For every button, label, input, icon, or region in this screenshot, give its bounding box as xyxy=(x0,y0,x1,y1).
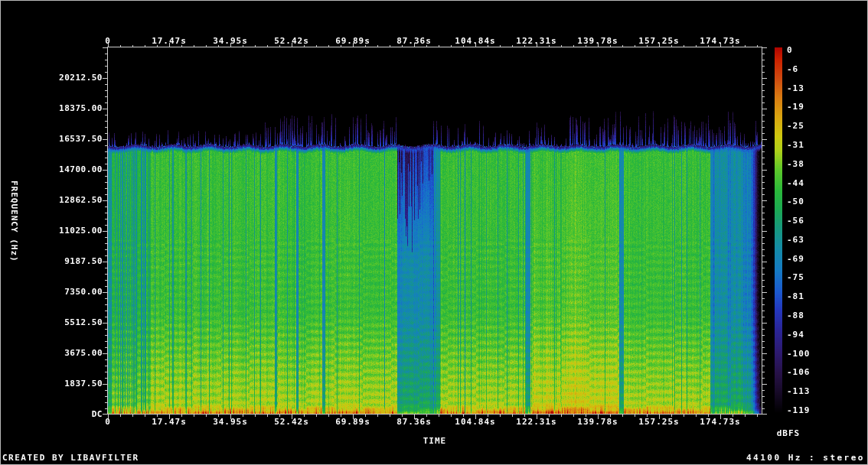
time-tick-label-top: 69.89s xyxy=(335,37,370,46)
frequency-axis-title: FREQUENCY (Hz) xyxy=(9,180,18,262)
freq-tick-label: 18375.00 xyxy=(0,104,103,113)
time-tick-label-bottom: 52.42s xyxy=(274,418,309,427)
time-tick-label-bottom: 139.78s xyxy=(577,418,618,427)
db-tick-label: -100 xyxy=(787,350,811,359)
time-tick-label-bottom: 34.95s xyxy=(213,418,248,427)
db-tick-label: -13 xyxy=(787,84,804,93)
time-tick-label-top: 104.84s xyxy=(455,37,495,46)
db-tick-label: -81 xyxy=(787,292,804,301)
freq-tick-label: 1837.50 xyxy=(0,379,103,389)
db-tick-label: -88 xyxy=(787,311,804,320)
time-tick-label-top: 87.36s xyxy=(396,37,432,46)
db-tick-label: -44 xyxy=(787,179,804,188)
time-tick-label-bottom: 174.73s xyxy=(700,418,740,427)
db-tick-label: -6 xyxy=(787,65,798,74)
db-tick-label: -63 xyxy=(787,236,804,245)
db-tick-label: -19 xyxy=(787,102,804,112)
axes-canvas xyxy=(0,0,868,465)
db-tick-label: 0 xyxy=(787,46,793,55)
db-tick-label: -56 xyxy=(787,216,804,226)
time-tick-label-top: 52.42s xyxy=(274,37,309,46)
time-tick-label-bottom: 87.36s xyxy=(396,418,432,427)
freq-tick-label: 7350.00 xyxy=(0,288,103,297)
db-tick-label: -75 xyxy=(787,273,804,282)
freq-tick-label: 14700.00 xyxy=(0,165,103,174)
credit-text: CREATED BY LIBAVFILTER xyxy=(2,454,139,463)
db-tick-label: -31 xyxy=(787,141,804,150)
spectrogram-window: 0017.47s17.47s34.95s34.95s52.42s52.42s69… xyxy=(0,0,868,465)
freq-tick-label: 20212.50 xyxy=(0,73,103,83)
freq-tick-label: 16537.50 xyxy=(0,135,103,144)
db-tick-label: -50 xyxy=(787,197,804,206)
freq-tick-label: DC xyxy=(0,410,103,419)
freq-tick-label: 5512.50 xyxy=(0,318,103,327)
db-tick-label: -69 xyxy=(787,255,804,264)
db-tick-label: -25 xyxy=(787,122,804,131)
time-tick-label-bottom: 0 xyxy=(105,418,111,427)
time-tick-label-bottom: 157.25s xyxy=(638,418,679,427)
time-tick-label-top: 17.47s xyxy=(152,37,187,46)
time-tick-label-top: 34.95s xyxy=(213,37,248,46)
time-tick-label-top: 174.73s xyxy=(700,37,740,46)
time-tick-label-bottom: 122.31s xyxy=(516,418,556,427)
db-tick-label: -119 xyxy=(787,406,811,415)
time-tick-label-top: 139.78s xyxy=(577,37,618,46)
freq-tick-label: 3675.00 xyxy=(0,349,103,358)
colorbar-title: dBFS xyxy=(777,429,801,438)
stream-info: 44100 Hz : stereo xyxy=(746,454,865,463)
db-tick-label: -106 xyxy=(787,368,811,377)
time-axis-title: TIME xyxy=(423,437,447,446)
db-tick-label: -38 xyxy=(787,160,804,169)
time-tick-label-top: 157.25s xyxy=(638,37,679,46)
db-tick-label: -94 xyxy=(787,330,804,340)
time-tick-label-top: 0 xyxy=(105,37,111,46)
time-tick-label-bottom: 17.47s xyxy=(152,418,187,427)
time-tick-label-bottom: 104.84s xyxy=(455,418,495,427)
time-tick-label-bottom: 69.89s xyxy=(335,418,370,427)
time-tick-label-top: 122.31s xyxy=(516,37,556,46)
db-tick-label: -113 xyxy=(787,387,811,396)
